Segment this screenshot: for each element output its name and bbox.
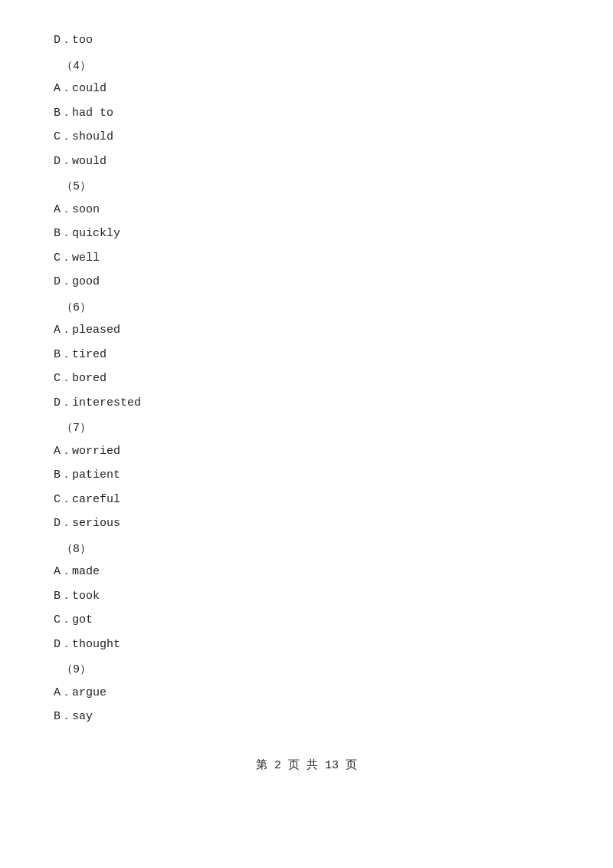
answer-option: D．thought xyxy=(54,635,559,655)
answer-option: B．say xyxy=(54,707,559,727)
answer-option: A．soon xyxy=(54,200,559,220)
answer-option: A．could xyxy=(54,79,559,99)
answer-option: D．too xyxy=(54,31,559,51)
answer-option: B．tired xyxy=(54,345,559,365)
answer-option: C．should xyxy=(54,127,559,147)
question-number: （7） xyxy=(61,419,559,439)
answer-option: C．got xyxy=(54,610,559,630)
answer-option: D．good xyxy=(54,272,559,292)
page-footer: 第 2 页 共 13 页 xyxy=(54,758,559,772)
question-number: （8） xyxy=(61,540,559,560)
question-number: （6） xyxy=(61,298,559,318)
answer-option: B．patient xyxy=(54,465,559,485)
answer-option: D．interested xyxy=(54,393,559,413)
answer-option: A．pleased xyxy=(54,321,559,340)
answer-option: A．worried xyxy=(54,442,559,462)
answer-option: D．would xyxy=(54,152,559,172)
answer-option: C．bored xyxy=(54,369,559,389)
answer-option: C．well xyxy=(54,248,559,268)
question-number: （5） xyxy=(61,177,559,197)
answer-option: B．had to xyxy=(54,104,559,123)
answer-option: A．argue xyxy=(54,683,559,703)
answer-option: D．serious xyxy=(54,514,559,534)
answer-option: A．made xyxy=(54,562,559,582)
question-number: （9） xyxy=(61,660,559,680)
answer-option: B．quickly xyxy=(54,224,559,244)
main-content: D．too（4）A．couldB．had toC．shouldD．would（5… xyxy=(54,31,559,727)
answer-option: B．took xyxy=(54,587,559,607)
answer-option: C．careful xyxy=(54,490,559,510)
question-number: （4） xyxy=(61,57,559,77)
